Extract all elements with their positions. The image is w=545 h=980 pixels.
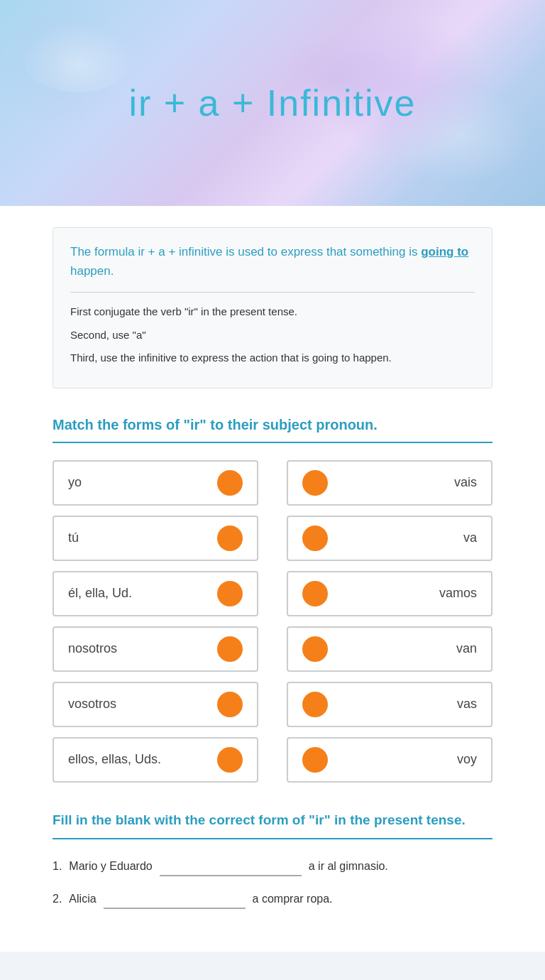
formula-steps: First conjugate the verb "ir" in the pre… [70, 304, 475, 366]
match-dot-left-4[interactable] [217, 636, 243, 662]
match-section-heading: Match the forms of "ir" to their subject… [53, 417, 492, 433]
match-dot-right-3[interactable] [302, 581, 328, 606]
formula-step-3: Third, use the infinitive to express the… [70, 350, 475, 366]
match-right-6[interactable]: voy [287, 737, 492, 783]
header: ir + a + Infinitive [0, 0, 545, 206]
cloud-decoration-1 [21, 21, 135, 92]
question-2-input[interactable] [104, 889, 246, 909]
match-left-6[interactable]: ellos, ellas, Uds. [53, 737, 258, 783]
fill-section-heading: Fill in the blank with the correct form … [53, 811, 492, 830]
formula-section: The formula ir + a + infinitive is used … [53, 227, 492, 388]
match-left-5[interactable]: vosotros [53, 682, 258, 727]
match-dot-left-3[interactable] [217, 581, 243, 606]
pronoun-yo: yo [68, 475, 82, 490]
match-dot-left-2[interactable] [217, 526, 243, 551]
form-va: va [463, 530, 477, 545]
page-wrapper: The formula ir + a + infinitive is used … [0, 206, 545, 952]
formula-step-2: Second, use "a" [70, 327, 475, 344]
fill-question-2: 2. Alicia a comprar ropa. [53, 889, 492, 909]
match-right-4[interactable]: van [287, 626, 492, 672]
fill-section: Fill in the blank with the correct form … [53, 811, 492, 910]
match-dot-right-5[interactable] [302, 692, 328, 717]
match-left-1[interactable]: yo [53, 460, 258, 506]
form-vas: vas [457, 697, 477, 712]
form-vamos: vamos [439, 586, 477, 601]
match-right-3[interactable]: vamos [287, 571, 492, 616]
question-2-before: Alicia [69, 893, 96, 905]
match-left-2[interactable]: tú [53, 516, 258, 561]
match-grid: yo vais tú va él, ella, [53, 460, 492, 783]
match-left-3[interactable]: él, ella, Ud. [53, 571, 258, 616]
going-to-emphasis: going to [421, 245, 468, 258]
formula-text: The formula ir + a + infinitive is used … [70, 242, 475, 293]
pronoun-ellos-ellas-uds: ellos, ellas, Uds. [68, 752, 161, 767]
match-dot-right-4[interactable] [302, 636, 328, 662]
match-dot-right-2[interactable] [302, 526, 328, 551]
formula-step-1: First conjugate the verb "ir" in the pre… [70, 304, 475, 320]
match-dot-left-1[interactable] [217, 470, 243, 496]
pronoun-vosotros: vosotros [68, 697, 116, 712]
question-1-after: a ir al gimnasio. [309, 860, 388, 873]
match-dot-right-1[interactable] [302, 470, 328, 496]
pronoun-nosotros: nosotros [68, 641, 117, 656]
form-vais: vais [454, 475, 477, 490]
match-right-1[interactable]: vais [287, 460, 492, 506]
form-voy: voy [457, 752, 477, 767]
form-van: van [456, 641, 477, 656]
match-right-5[interactable]: vas [287, 682, 492, 727]
question-1-input[interactable] [160, 856, 302, 876]
match-right-2[interactable]: va [287, 516, 492, 561]
match-section: Match the forms of "ir" to their subject… [53, 417, 492, 783]
pronoun-el-ella-ud: él, ella, Ud. [68, 586, 132, 601]
question-1-number: 1. [53, 860, 62, 873]
match-divider [53, 442, 492, 443]
fill-questions: 1. Mario y Eduardo a ir al gimnasio. 2. … [53, 856, 492, 909]
fill-question-1: 1. Mario y Eduardo a ir al gimnasio. [53, 856, 492, 876]
match-left-4[interactable]: nosotros [53, 626, 258, 672]
page-title: ir + a + Infinitive [128, 82, 416, 124]
question-1-before: Mario y Eduardo [69, 860, 152, 873]
match-dot-left-6[interactable] [217, 747, 243, 773]
question-2-number: 2. [53, 893, 62, 905]
fill-divider [53, 838, 492, 839]
content-area: The formula ir + a + infinitive is used … [24, 206, 521, 952]
match-dot-right-6[interactable] [302, 747, 328, 773]
question-2-after: a comprar ropa. [253, 893, 333, 905]
pronoun-tu: tú [68, 530, 79, 545]
match-dot-left-5[interactable] [217, 692, 243, 717]
